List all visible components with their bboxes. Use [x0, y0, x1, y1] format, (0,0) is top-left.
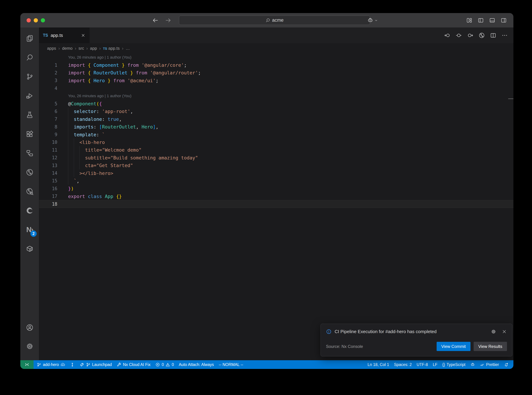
status-cursor-position[interactable]: Ln 18, Col 1: [365, 360, 392, 369]
activity-item-nx-console[interactable]: N›2: [20, 220, 39, 239]
status-indentation[interactable]: Spaces: 2: [392, 360, 414, 369]
code-line-12[interactable]: 12 subtitle="Build something amazing tod…: [39, 154, 513, 161]
code-line-7[interactable]: 7 standalone: true,: [39, 115, 513, 123]
code-line-14[interactable]: 14 ></lib-hero>: [39, 169, 513, 177]
code-text: standalone: true,: [68, 116, 122, 122]
customize-layout-icon[interactable]: [466, 17, 473, 23]
status-gitlens-compare[interactable]: [68, 360, 77, 369]
code-line-16[interactable]: 16}): [39, 185, 513, 192]
breadcrumb-item--[interactable]: …: [126, 46, 130, 51]
line-number: 18: [39, 202, 68, 207]
breadcrumb-item-apps[interactable]: apps: [47, 46, 56, 51]
gitlens-changes-icon[interactable]: [456, 32, 462, 38]
activity-item-gitlens[interactable]: [20, 163, 39, 182]
status-vim-mode[interactable]: -- NORMAL --: [216, 360, 246, 369]
activity-item-containers[interactable]: [20, 239, 39, 258]
view-commit-button[interactable]: View Commit: [437, 342, 471, 351]
toggle-panel-icon[interactable]: [489, 17, 495, 23]
breadcrumb-item-demo[interactable]: demo: [62, 46, 72, 51]
code-line-9[interactable]: 9 template: `: [39, 131, 513, 138]
breadcrumb-separator: ›: [75, 46, 76, 51]
status-encoding[interactable]: UTF-8: [414, 360, 430, 369]
status-language-mode[interactable]: {}TypeScript: [440, 360, 468, 369]
activity-item-manage-settings[interactable]: [20, 337, 39, 355]
breadcrumb-item-src[interactable]: src: [79, 46, 84, 51]
wrench-icon: [117, 362, 121, 367]
status-auto-attach[interactable]: Auto Attach: Always: [176, 360, 216, 369]
line-number: 5: [39, 101, 68, 106]
code-line-17[interactable]: 17export class App {}: [39, 192, 513, 200]
command-center-search[interactable]: acme: [179, 16, 370, 25]
code-editor[interactable]: You, 26 minutes ago | 1 author (You)1imp…: [39, 54, 513, 360]
line-number: 3: [39, 78, 68, 83]
gitlens-graph-icon[interactable]: [478, 32, 485, 38]
testing-icon: [26, 111, 34, 119]
indent-guide: [68, 177, 68, 185]
code-line-1[interactable]: 1import { Component } from '@angular/cor…: [39, 61, 513, 69]
line-number: 1: [39, 63, 68, 68]
status-launchpad[interactable]: Launchpad: [77, 360, 114, 369]
copilot-menu-button[interactable]: [367, 13, 378, 27]
code-line-6[interactable]: 6 selector: 'app-root',: [39, 108, 513, 115]
notification-settings-icon[interactable]: [491, 329, 496, 334]
zoom-window-button[interactable]: [41, 18, 45, 22]
code-line-13[interactable]: 13 cta="Get Started": [39, 161, 513, 169]
breadcrumb-item-app[interactable]: app: [90, 46, 97, 51]
minimize-window-button[interactable]: [34, 18, 38, 22]
status-label: Auto Attach: Always: [179, 362, 214, 367]
toggle-primary-sidebar-icon[interactable]: [478, 17, 484, 23]
code-line-5[interactable]: 5@Component({: [39, 100, 513, 107]
code-text: import { RouterOutlet } from '@angular/r…: [68, 70, 201, 76]
toggle-secondary-sidebar-icon[interactable]: [500, 17, 507, 23]
vscode-window: acme N›2 TS app.ts apps›demo›src: [20, 13, 513, 369]
code-line-4[interactable]: 4: [39, 84, 513, 92]
code-line-11[interactable]: 11 title="Welcmoe demo": [39, 146, 513, 154]
activity-item-testing[interactable]: [20, 105, 39, 125]
code-line-15[interactable]: 15 `,: [39, 177, 513, 185]
gitlens-prev-change-icon[interactable]: [444, 32, 451, 38]
activity-item-extensions[interactable]: [20, 125, 39, 144]
close-tab-icon[interactable]: [81, 33, 86, 38]
activity-item-search[interactable]: [20, 48, 39, 67]
status-notifications-bell[interactable]: [501, 360, 511, 369]
forward-arrow-icon[interactable]: [165, 17, 172, 24]
copilot-icon: [470, 362, 475, 367]
code-line-18[interactable]: 18: [39, 200, 513, 208]
status-copilot-status[interactable]: [468, 360, 478, 369]
status-label: 0: [172, 362, 174, 367]
line-number: 9: [39, 132, 68, 137]
line-number: 4: [39, 86, 68, 91]
breadcrumb-item-app-ts[interactable]: TS app.ts: [103, 46, 119, 51]
activity-item-edge-tools[interactable]: [20, 201, 39, 220]
status-branch[interactable]: add-hero: [34, 360, 68, 369]
remote-indicator[interactable]: [20, 360, 33, 369]
activity-item-project-explorer[interactable]: [20, 144, 39, 163]
split-editor-icon[interactable]: [490, 32, 496, 38]
activity-item-explorer[interactable]: [20, 29, 39, 48]
status-eol[interactable]: LF: [430, 360, 440, 369]
code-line-2[interactable]: 2import { RouterOutlet } from '@angular/…: [39, 69, 513, 77]
view-results-button[interactable]: View Results: [474, 342, 507, 351]
status-nx-cloud-ai-fix[interactable]: Nx Cloud AI Fix: [114, 360, 153, 369]
code-line-10[interactable]: 10 <lib-hero: [39, 138, 513, 146]
indent-guide: [74, 154, 74, 161]
extensions-icon: [26, 130, 34, 138]
activity-item-source-control[interactable]: [20, 67, 39, 86]
cloud-upload-icon: [60, 362, 65, 367]
gitlens-inspect-icon: [26, 187, 34, 195]
tab-app-ts[interactable]: TS app.ts: [39, 27, 90, 43]
activity-item-accounts[interactable]: [20, 318, 39, 337]
close-window-button[interactable]: [27, 18, 31, 22]
gitlens-next-change-icon[interactable]: [467, 32, 473, 38]
code-line-8[interactable]: 8 imports: [RouterOutlet, Hero],: [39, 123, 513, 131]
status-problems[interactable]: 00: [153, 360, 176, 369]
title-bar: acme: [20, 13, 513, 27]
code-line-3[interactable]: 3import { Hero } from '@acme/ui';: [39, 77, 513, 84]
more-actions-icon[interactable]: [501, 32, 508, 38]
back-arrow-icon[interactable]: [152, 17, 159, 24]
status-formatter-prettier[interactable]: Prettier: [478, 360, 501, 369]
activity-item-gitlens-inspect[interactable]: [20, 182, 39, 201]
notification-close-icon[interactable]: [502, 329, 507, 334]
typescript-file-icon: TS: [43, 33, 48, 38]
activity-item-run-and-debug[interactable]: [20, 86, 39, 105]
